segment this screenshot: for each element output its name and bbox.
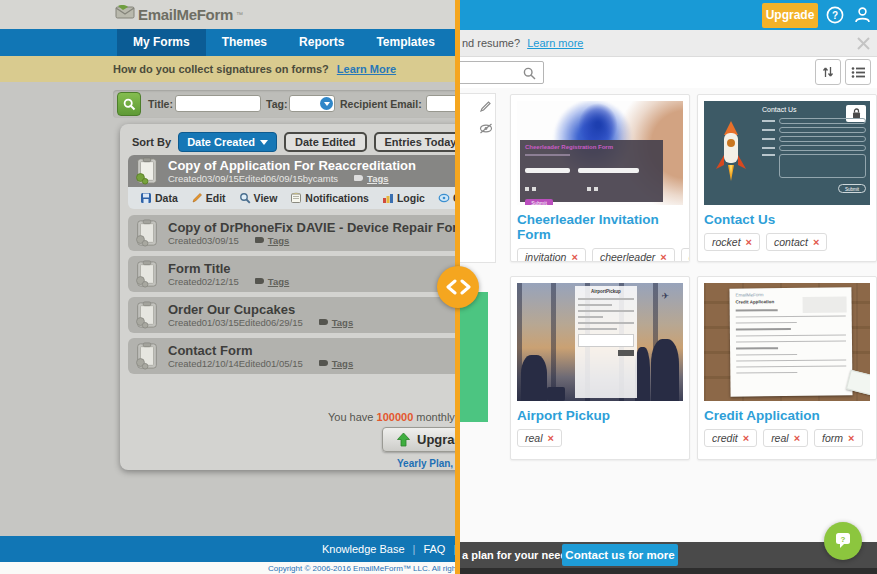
- form-row[interactable]: Contact Form Created12/10/14Edited01/05/…: [128, 338, 458, 374]
- banner-learn-more-link[interactable]: Learn More: [337, 63, 396, 75]
- form-title: Form Title: [168, 262, 289, 276]
- chevron-right-icon: [460, 279, 471, 295]
- form-row[interactable]: Copy of DrPhoneFix DAVIE - Device Repair…: [128, 215, 458, 251]
- chart-icon: [382, 192, 394, 204]
- sort-by-label: Sort By: [132, 136, 171, 148]
- magnifier-icon: [239, 192, 251, 204]
- remove-tag-icon[interactable]: ×: [794, 432, 800, 444]
- recipient-email-input[interactable]: [426, 95, 458, 112]
- remove-tag-icon[interactable]: ×: [548, 432, 554, 444]
- faq-link[interactable]: FAQ: [423, 536, 445, 562]
- tag-pill: co×: [681, 248, 690, 262]
- template-card-credit-application[interactable]: EmailMeForm Credit Application: [697, 276, 877, 460]
- search-button[interactable]: [117, 92, 141, 116]
- form-row[interactable]: Form Title Created02/12/15 Tags: [128, 256, 458, 292]
- form-title: Contact Form: [168, 344, 353, 358]
- tab-reports[interactable]: Reports: [283, 29, 360, 56]
- remove-tag-icon[interactable]: ×: [813, 236, 819, 248]
- remove-tag-icon[interactable]: ×: [848, 432, 854, 444]
- tag-select[interactable]: [289, 95, 335, 112]
- form-meta: Created02/12/15: [168, 276, 239, 287]
- sort-date-created-button[interactable]: Date Created: [178, 132, 277, 152]
- form-title: Copy of DrPhoneFix DAVIE - Device Repair…: [168, 221, 458, 235]
- old-ui-pane: EmailMeForm ™ My Forms Themes Reports Te…: [0, 0, 458, 574]
- account-button[interactable]: [854, 6, 871, 28]
- paper-form: EmailMeForm Credit Application: [729, 287, 852, 396]
- recipient-email-label: Recipient Email:: [340, 98, 422, 110]
- tags-link[interactable]: Tags: [268, 276, 289, 287]
- template-card-cheerleader[interactable]: Cheerleader Registration Form Submit Che…: [510, 94, 690, 262]
- tags-link[interactable]: Tags: [332, 358, 353, 369]
- plan-text: a plan for your needs.: [462, 542, 576, 568]
- remove-tag-icon[interactable]: ×: [746, 236, 752, 248]
- card-tags: credit× real× form×: [704, 429, 870, 447]
- eye-slash-icon[interactable]: [479, 120, 493, 138]
- upgrade-button-old[interactable]: Upgrade fo: [382, 427, 458, 452]
- partial-card[interactable]: [458, 93, 496, 263]
- card-title[interactable]: Airport Pickup: [517, 408, 683, 423]
- tab-templates[interactable]: Templates: [360, 29, 450, 56]
- knowledge-base-link[interactable]: Knowledge Base: [322, 536, 405, 562]
- clipboard-icon: [134, 260, 160, 288]
- old-logo[interactable]: EmailMeForm ™: [115, 5, 243, 23]
- sort-entries-today-button[interactable]: Entries Today: [374, 132, 459, 152]
- pencil-icon[interactable]: [479, 99, 492, 117]
- form-row-group: Copy of Application For Reaccreditation …: [128, 155, 458, 209]
- contact-us-button[interactable]: Contact us for more: [562, 544, 678, 566]
- clipboard-icon: [134, 342, 160, 370]
- slider-handle[interactable]: [437, 266, 479, 308]
- old-top-band: EmailMeForm ™: [0, 0, 458, 29]
- logic-action[interactable]: Logic: [382, 192, 425, 204]
- sort-date-edited-button[interactable]: Date Edited: [284, 132, 367, 152]
- remove-tag-icon[interactable]: ×: [743, 432, 749, 444]
- card-title[interactable]: Credit Application: [704, 408, 870, 423]
- template-card-airport-pickup[interactable]: ✈ AirportPickup: [510, 276, 690, 460]
- notice-learn-more-link[interactable]: Learn more: [527, 37, 583, 49]
- notifications-action[interactable]: Notifications: [290, 192, 369, 204]
- template-card-contact-us[interactable]: Contact Us Submit Contact Us rocket× con…: [697, 94, 877, 262]
- yearly-plan-link[interactable]: Yearly Plan, SA: [397, 458, 458, 469]
- view-action[interactable]: View: [239, 192, 278, 204]
- search-icon: [523, 66, 536, 84]
- old-footer-bar: Knowledge Base | FAQ | Ter: [0, 536, 458, 562]
- remove-tag-icon[interactable]: ×: [571, 251, 577, 262]
- title-input[interactable]: [175, 95, 261, 112]
- airport-thumbnail[interactable]: ✈ AirportPickup: [517, 283, 683, 401]
- tag-pill: contact×: [766, 233, 827, 251]
- new-ui-pane: Upgrade ? nd resume? Learn more: [458, 0, 877, 574]
- clipboard-icon: [134, 157, 160, 185]
- partial-card-green[interactable]: [460, 292, 488, 422]
- note-icon: [290, 192, 302, 204]
- form-row[interactable]: Order Our Cupcakes Created01/03/15Edited…: [128, 297, 458, 333]
- card-title[interactable]: Contact Us: [704, 212, 870, 227]
- remove-tag-icon[interactable]: ×: [660, 251, 666, 262]
- upgrade-button-new[interactable]: Upgrade: [762, 3, 818, 28]
- form-title: Copy of Application For Reaccreditation: [168, 159, 416, 173]
- tags-link[interactable]: Tags: [332, 317, 353, 328]
- data-action[interactable]: Data: [140, 192, 178, 204]
- tab-themes[interactable]: Themes: [206, 29, 283, 56]
- close-banner-button[interactable]: [856, 36, 871, 55]
- template-gallery: Cheerleader Registration Form Submit Che…: [458, 88, 877, 542]
- tags-link[interactable]: Tags: [367, 173, 388, 184]
- clipboard-icon: [134, 301, 160, 329]
- close-icon: [856, 36, 871, 51]
- list-view-button[interactable]: [845, 59, 871, 85]
- form-meta: Created03/09/15: [168, 235, 239, 246]
- tab-my-forms[interactable]: My Forms: [117, 29, 206, 56]
- contact-thumbnail[interactable]: Contact Us Submit: [704, 101, 870, 205]
- cheerleader-thumbnail[interactable]: Cheerleader Registration Form Submit: [517, 101, 683, 205]
- svg-text:?: ?: [841, 535, 846, 544]
- help-button[interactable]: ?: [826, 6, 844, 28]
- tags-link[interactable]: Tags: [268, 235, 289, 246]
- old-nav: My Forms Themes Reports Templates Users: [0, 29, 458, 56]
- card-tags: real×: [517, 429, 683, 447]
- caret-down-icon: [260, 140, 268, 145]
- card-title[interactable]: Cheerleader Invitation Form: [517, 212, 683, 242]
- credit-thumbnail[interactable]: EmailMeForm Credit Application: [704, 283, 870, 401]
- sort-toggle-button[interactable]: [815, 59, 841, 85]
- form-list: Copy of Application For Reaccreditation …: [128, 155, 458, 379]
- edit-action[interactable]: Edit: [191, 192, 226, 204]
- form-row-selected[interactable]: Copy of Application For Reaccreditation …: [128, 155, 458, 187]
- chat-widget-button[interactable]: ?: [824, 522, 862, 560]
